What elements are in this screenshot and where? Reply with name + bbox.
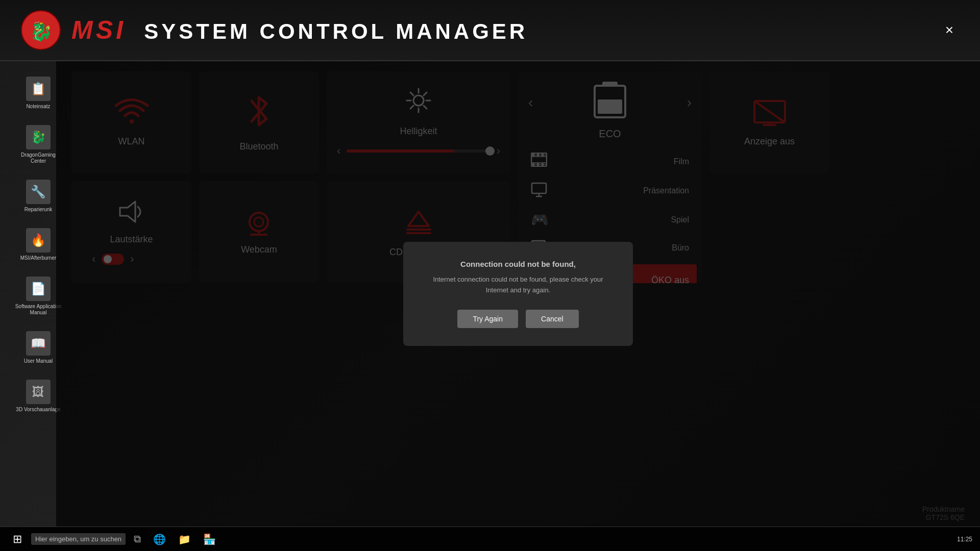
title-bar: 🐉 msi SYSTEM CONTROL MANAGER × — [0, 0, 980, 61]
error-title: Connection could not be found, — [426, 260, 610, 268]
cancel-button[interactable]: Cancel — [526, 310, 579, 328]
taskbar-time: 11:25 — [957, 536, 972, 543]
taskbar-icon-edge[interactable]: 🌐 — [149, 531, 170, 547]
error-overlay: Connection could not be found, Internet … — [56, 61, 980, 527]
close-button[interactable]: × — [939, 20, 960, 40]
error-message: Internet connection could not be found, … — [426, 274, 610, 296]
taskbar: ⊞ Hier eingeben, um zu suchen ⧉ 🌐 📁 🏪 11… — [0, 527, 980, 551]
taskbar-search[interactable]: Hier eingeben, um zu suchen — [31, 533, 126, 545]
error-buttons: Try Again Cancel — [426, 310, 610, 328]
start-button[interactable]: ⊞ — [8, 531, 27, 548]
taskbar-icon-store[interactable]: 🏪 — [199, 531, 220, 547]
taskbar-icon-folder[interactable]: 📁 — [174, 531, 195, 547]
logo-area: 🐉 msi SYSTEM CONTROL MANAGER — [20, 10, 528, 51]
task-view-button[interactable]: ⧉ — [130, 531, 145, 547]
msi-logo: 🐉 — [20, 10, 61, 51]
taskbar-right: 11:25 — [957, 536, 972, 543]
app-title: msi SYSTEM CONTROL MANAGER — [71, 15, 528, 45]
svg-text:🐉: 🐉 — [30, 20, 53, 42]
error-dialog: Connection could not be found, Internet … — [403, 242, 633, 346]
app-window: 🐉 msi SYSTEM CONTROL MANAGER × 📋 Noteins… — [0, 0, 980, 551]
try-again-button[interactable]: Try Again — [457, 310, 518, 328]
